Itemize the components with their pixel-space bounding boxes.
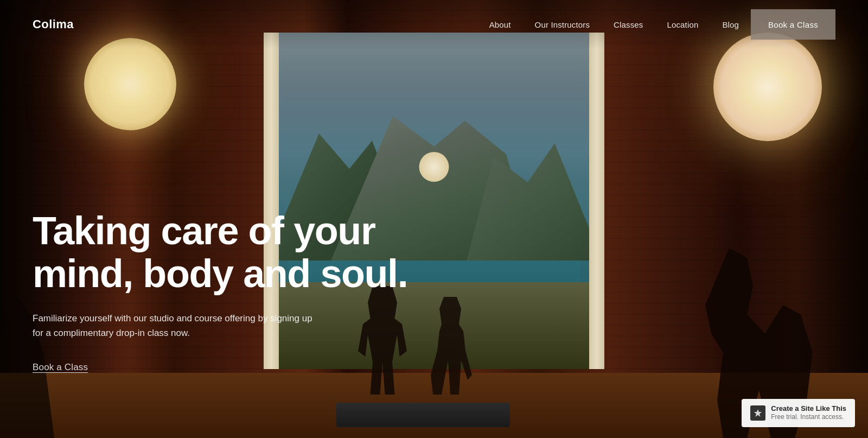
badge-text-block: Create a Site Like This Free trial. Inst…: [771, 404, 846, 422]
site-badge[interactable]: Create a Site Like This Free trial. Inst…: [742, 399, 855, 427]
nav-link-classes[interactable]: Classes: [602, 20, 655, 29]
brand-logo[interactable]: Colima: [33, 17, 74, 31]
nav-link-instructors[interactable]: Our Instructors: [523, 20, 602, 29]
badge-icon: [750, 405, 765, 421]
hero-content: Taking care of your mind, body and soul.…: [33, 210, 407, 373]
window-frame-right: [589, 33, 604, 369]
nav-book-button[interactable]: Book a Class: [751, 9, 835, 40]
hero-book-link[interactable]: Book a Class: [33, 362, 88, 372]
lamp-center: [419, 152, 449, 182]
lamp-right: [713, 33, 822, 141]
yoga-mat: [336, 403, 510, 427]
hero-title: Taking care of your mind, body and soul.: [33, 210, 407, 295]
figure-student: [429, 297, 472, 395]
nav-link-blog[interactable]: Blog: [710, 20, 751, 29]
nav-links: About Our Instructors Classes Location B…: [477, 9, 835, 40]
badge-sub-text: Free trial. Instant access.: [771, 413, 846, 422]
hero-subtitle: Familiarize yourself with our studio and…: [33, 311, 326, 340]
hero-section: Colima About Our Instructors Classes Loc…: [0, 0, 868, 438]
lamp-left: [84, 38, 176, 130]
main-nav: Colima About Our Instructors Classes Loc…: [0, 0, 868, 49]
nav-link-about[interactable]: About: [477, 20, 523, 29]
nav-link-location[interactable]: Location: [655, 20, 710, 29]
badge-main-text: Create a Site Like This: [771, 404, 846, 414]
